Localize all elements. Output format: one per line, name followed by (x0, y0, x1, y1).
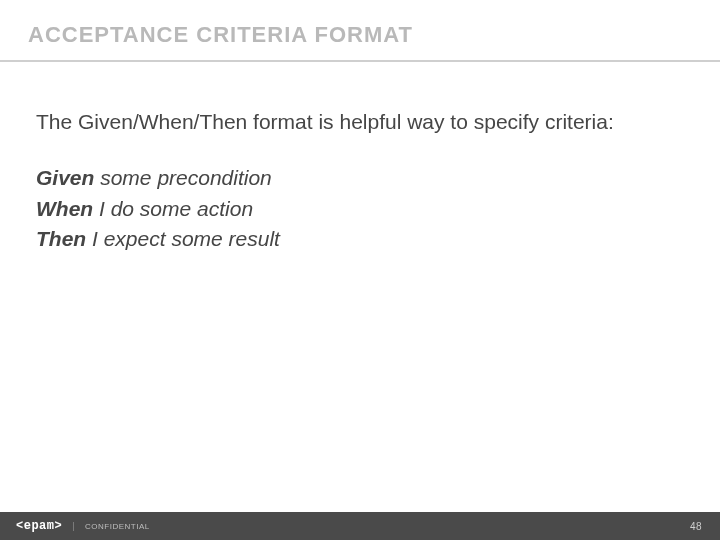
slide: ACCEPTANCE CRITERIA FORMAT The Given/Whe… (0, 0, 720, 540)
footer-separator: | (72, 521, 75, 531)
line-when: When I do some action (36, 195, 680, 223)
then-text: I expect some result (86, 227, 280, 250)
title-underline (0, 60, 720, 62)
footer-confidential: CONFIDENTIAL (85, 522, 150, 531)
footer-logo: <epam> (16, 519, 62, 533)
when-keyword: When (36, 197, 93, 220)
intro-text: The Given/When/Then format is helpful wa… (36, 108, 680, 136)
line-then: Then I expect some result (36, 225, 680, 253)
then-keyword: Then (36, 227, 86, 250)
given-text: some precondition (94, 166, 271, 189)
when-text: I do some action (93, 197, 253, 220)
footer-bar: <epam> | CONFIDENTIAL 48 (0, 512, 720, 540)
page-title: ACCEPTANCE CRITERIA FORMAT (28, 22, 413, 48)
page-number: 48 (690, 521, 702, 532)
criteria-lines: Given some precondition When I do some a… (36, 164, 680, 253)
slide-body: The Given/When/Then format is helpful wa… (36, 108, 680, 255)
line-given: Given some precondition (36, 164, 680, 192)
given-keyword: Given (36, 166, 94, 189)
